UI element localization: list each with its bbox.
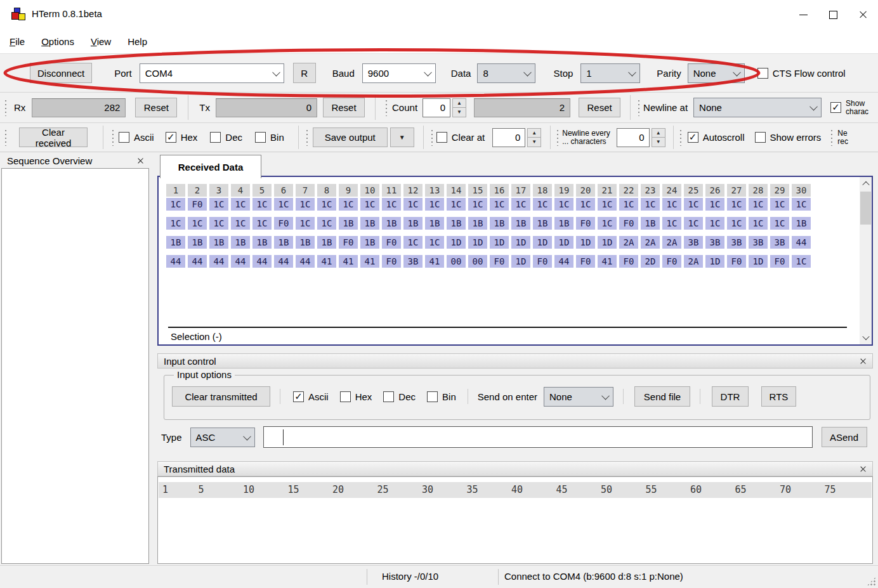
hex-byte-cell[interactable]: 1C [382,198,401,211]
hex-byte-cell[interactable]: 1C [770,198,789,211]
spin-up-button[interactable] [527,128,541,138]
send-file-button[interactable]: Send file [634,386,690,407]
spin-up-button[interactable] [652,128,665,138]
hex-byte-cell[interactable]: 1C [792,198,811,211]
parity-combobox[interactable]: None [688,63,745,83]
spin-down-button[interactable] [527,137,541,147]
input-control-close-button[interactable] [860,358,867,365]
hex-byte-cell[interactable]: 1C [770,217,789,230]
hex-byte-cell[interactable]: 41 [425,255,444,268]
hex-byte-cell[interactable]: 1C [166,198,185,211]
hex-byte-cell[interactable]: 44 [231,255,250,268]
save-output-dropdown-button[interactable] [390,127,414,147]
hex-byte-cell[interactable]: 41 [360,255,379,268]
hex-byte-cell[interactable]: 1C [209,217,228,230]
count-spin-input[interactable]: 0 [423,98,450,117]
hex-byte-cell[interactable]: 00 [468,255,487,268]
spin-down-button[interactable] [452,107,466,117]
hex-byte-cell[interactable]: 1B [382,217,401,230]
hex-byte-cell[interactable]: 1B [425,217,444,230]
hex-byte-cell[interactable]: 1D [598,236,617,249]
hex-byte-cell[interactable]: 3B [684,236,703,249]
hex-byte-cell[interactable]: 44 [188,255,207,268]
hex-byte-cell[interactable]: 1C [727,217,746,230]
hex-byte-cell[interactable]: 1C [684,217,703,230]
hex-byte-cell[interactable]: 1C [641,198,660,211]
hex-byte-cell[interactable]: 41 [339,255,358,268]
baud-combobox[interactable]: 9600 [362,63,436,83]
hex-byte-cell[interactable]: 44 [209,255,228,268]
hex-byte-cell[interactable]: 1B [339,217,358,230]
hex-byte-cell[interactable]: 44 [252,255,272,268]
hex-byte-cell[interactable]: 2D [641,255,660,268]
hex-byte-cell[interactable]: 3B [749,236,768,249]
hex-byte-cell[interactable]: 1C [209,198,228,211]
hex-byte-cell[interactable]: 1B [554,217,573,230]
hex-byte-cell[interactable]: 1C [727,198,746,211]
hex-byte-cell[interactable]: 1D [554,236,573,249]
hex-byte-cell[interactable]: 1C [252,198,272,211]
received-scrollbar[interactable] [860,177,872,344]
newline-every-spin-input[interactable]: 0 [617,128,650,147]
received-hex-checkbox[interactable]: ✓ Hex [166,132,198,143]
hex-byte-cell[interactable]: 1C [598,198,617,211]
hex-byte-cell[interactable]: 1D [576,236,595,249]
hex-byte-cell[interactable]: 1C [252,217,272,230]
hex-byte-cell[interactable]: 1C [403,236,423,249]
sequence-overview-close-button[interactable] [137,157,144,164]
spin-up-button[interactable] [452,98,466,108]
hex-byte-cell[interactable]: 1B [468,217,487,230]
hex-byte-cell[interactable]: 1B [231,236,250,249]
hex-byte-cell[interactable]: 44 [274,255,293,268]
close-button[interactable] [848,0,878,29]
port-combobox[interactable]: COM4 [140,63,284,83]
hex-byte-cell[interactable]: 1B [792,217,811,230]
menu-help[interactable]: Help [119,29,155,53]
clear-at-spin-input[interactable]: 0 [492,128,525,147]
hex-byte-cell[interactable]: F0 [533,255,552,268]
send-input[interactable] [264,427,812,447]
hex-byte-cell[interactable]: 1B [296,236,315,249]
hex-byte-cell[interactable]: 3B [727,236,746,249]
stop-bits-combobox[interactable]: 1 [580,63,640,83]
hex-byte-cell[interactable]: 1B [317,236,336,249]
hex-byte-cell[interactable]: 1C [619,198,638,211]
toolbar-grip[interactable] [556,129,560,146]
hex-byte-cell[interactable]: 1C [296,198,315,211]
sequence-overview-list[interactable] [1,168,149,564]
hex-byte-cell[interactable]: 1B [403,217,423,230]
hex-byte-cell[interactable]: 3B [705,236,724,249]
hex-byte-cell[interactable]: 1B [166,236,185,249]
hex-byte-cell[interactable]: 44 [792,236,811,249]
hex-byte-cell[interactable]: 3B [770,236,789,249]
hex-byte-cell[interactable]: 1B [252,236,272,249]
hex-byte-cell[interactable]: 1B [447,217,466,230]
input-dec-checkbox[interactable]: Dec [383,391,416,402]
clear-received-button[interactable]: Clear received [19,127,88,147]
hex-byte-cell[interactable]: 1C [296,217,315,230]
tx-reset-button[interactable]: Reset [323,98,365,117]
hex-byte-cell[interactable]: F0 [576,255,595,268]
hex-byte-cell[interactable]: 1C [662,217,681,230]
hex-byte-cell[interactable]: F0 [382,255,401,268]
hex-byte-cell[interactable]: 1B [360,217,379,230]
hex-byte-cell[interactable]: 1D [447,236,466,249]
toolbar-grip[interactable] [111,129,115,146]
hex-byte-cell[interactable]: 1D [511,255,530,268]
toolbar-grip[interactable] [384,99,388,116]
save-output-button[interactable]: Save output [313,127,388,147]
minimize-button[interactable] [789,0,818,29]
hex-byte-cell[interactable]: F0 [619,255,638,268]
received-ascii-checkbox[interactable]: Ascii [119,132,154,143]
dtr-button[interactable]: DTR [712,386,749,407]
hex-byte-cell[interactable]: 2A [619,236,638,249]
hex-byte-cell[interactable]: 1B [641,217,660,230]
menu-file[interactable]: File [10,29,33,53]
hex-byte-cell[interactable]: F0 [576,217,595,230]
toolbar-grip[interactable] [430,129,434,146]
hex-byte-cell[interactable]: 1C [231,198,250,211]
hex-byte-cell[interactable]: 1C [705,198,724,211]
hex-byte-cell[interactable]: 1C [403,198,423,211]
toolbar-grip[interactable] [830,129,834,146]
hex-byte-cell[interactable]: 1D [749,255,768,268]
